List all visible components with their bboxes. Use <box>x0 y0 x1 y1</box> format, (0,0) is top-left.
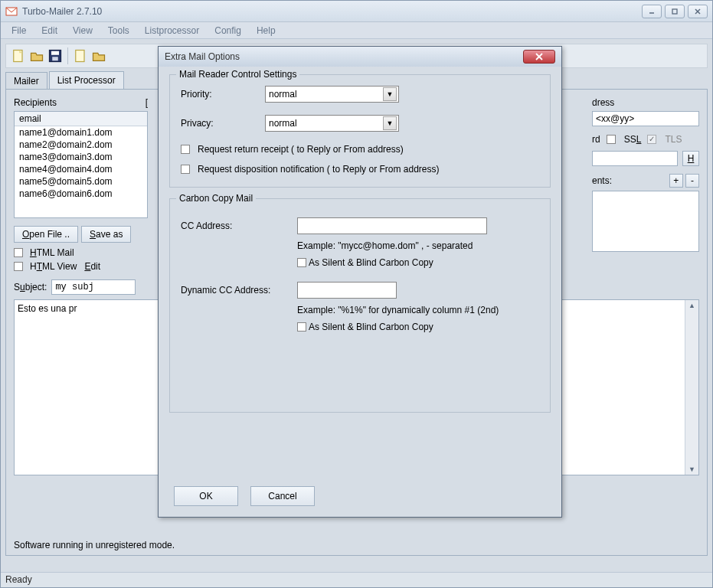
subject-input[interactable] <box>51 279 136 295</box>
request-receipt-checkbox[interactable] <box>181 145 190 154</box>
status-text: Ready <box>5 574 32 585</box>
cc-silent-label: As Silent & Blind Carbon Copy <box>309 257 433 268</box>
tab-mailer[interactable]: Mailer <box>5 72 47 90</box>
email-list[interactable]: email name1@domain1.dom name2@domain2.do… <box>14 111 148 218</box>
group1-legend: Mail Reader Control Settings <box>176 69 299 80</box>
html-mail-checkbox[interactable] <box>14 248 23 257</box>
ok-button[interactable]: OK <box>174 486 238 506</box>
titlebar: Turbo-Mailer 2.7.10 <box>1 1 712 22</box>
ssl-checkbox[interactable] <box>607 135 616 144</box>
tls-label: TLS <box>665 134 682 145</box>
dialog-title: Extra Mail Options <box>165 51 523 62</box>
h-button[interactable]: H <box>682 151 699 166</box>
html-view-checkbox[interactable] <box>14 262 23 271</box>
statusbar: Ready <box>1 572 712 587</box>
field-input[interactable] <box>592 151 678 166</box>
priority-label: Priority: <box>181 89 265 100</box>
privacy-label: Privacy: <box>181 118 265 129</box>
minimize-button[interactable] <box>642 5 662 18</box>
edit-link[interactable]: Edit <box>84 261 100 272</box>
dialog-titlebar: Extra Mail Options <box>159 47 561 67</box>
subject-label: Subject: <box>14 282 47 292</box>
priority-combo[interactable]: normal ▼ <box>265 86 399 103</box>
close-button[interactable] <box>688 5 708 18</box>
privacy-value: normal <box>269 118 297 129</box>
dialog-body: Mail Reader Control Settings Priority: n… <box>159 67 561 431</box>
bracket: [ <box>146 97 148 108</box>
right-panel: dress <xx@yy> rd SSL TLS H ents: + <box>592 97 699 252</box>
svg-rect-9 <box>76 51 84 62</box>
dialog-buttons: OK Cancel <box>174 486 315 506</box>
menu-listprocessor[interactable]: Listprocessor <box>137 24 207 38</box>
menu-tools[interactable]: Tools <box>100 24 137 38</box>
menu-file[interactable]: File <box>4 24 34 38</box>
cc-hint: Example: "mycc@home.dom" , - separated <box>297 240 539 251</box>
open2-icon[interactable] <box>91 48 106 64</box>
chevron-down-icon[interactable]: ▼ <box>383 116 397 130</box>
menu-view[interactable]: View <box>65 24 100 38</box>
save-icon[interactable] <box>47 48 63 64</box>
group2-legend: Carbon Copy Mail <box>176 193 256 204</box>
address-label: dress <box>592 97 699 108</box>
email-column-header[interactable]: email <box>15 112 147 126</box>
dynamic-cc-silent-label: As Silent & Blind Carbon Copy <box>309 322 433 332</box>
dynamic-cc-label: Dynamic CC Address: <box>181 285 297 296</box>
cancel-button[interactable]: Cancel <box>250 486 315 506</box>
chevron-down-icon[interactable]: ▼ <box>383 87 397 101</box>
attachments-label: ents: <box>592 175 612 186</box>
svg-rect-2 <box>672 9 677 14</box>
scroll-down-icon[interactable]: ▼ <box>687 464 697 475</box>
menu-edit[interactable]: Edit <box>34 24 65 38</box>
open-file-button[interactable]: Open File .. <box>14 226 78 243</box>
maximize-button[interactable] <box>665 5 685 18</box>
email-row[interactable]: name5@domain5.dom <box>15 175 147 188</box>
cc-silent-checkbox[interactable] <box>297 258 306 267</box>
cc-address-input[interactable] <box>297 217 487 234</box>
add-attachment-button[interactable]: + <box>669 174 683 188</box>
window-controls <box>642 5 708 18</box>
open-icon[interactable] <box>29 48 44 64</box>
new-icon[interactable] <box>11 48 26 64</box>
email-row[interactable]: name6@domain6.dom <box>15 188 147 200</box>
email-row[interactable]: name3@domain3.dom <box>15 151 147 163</box>
cc-address-label: CC Address: <box>181 220 297 231</box>
body-text: Esto es una pr <box>18 303 77 314</box>
window-title: Turbo-Mailer 2.7.10 <box>22 6 642 17</box>
save-as-button[interactable]: Save as <box>81 226 131 243</box>
html-view-label: HTML View <box>30 261 77 272</box>
request-receipt-label: Request return receipt ( to Reply or Fro… <box>198 144 404 155</box>
body-scrollbar[interactable]: ▲ ▼ <box>685 300 698 475</box>
scroll-up-icon[interactable]: ▲ <box>687 300 697 311</box>
email-row[interactable]: name4@domain4.dom <box>15 163 147 175</box>
app-icon <box>5 5 18 18</box>
rd-label: rd <box>592 134 600 145</box>
request-disposition-label: Request disposition notification ( to Re… <box>198 164 439 175</box>
attachments-list[interactable] <box>592 191 699 252</box>
privacy-combo[interactable]: normal ▼ <box>265 115 399 132</box>
email-row[interactable]: name1@domain1.dom <box>15 126 147 139</box>
extra-mail-options-dialog: Extra Mail Options Mail Reader Control S… <box>158 46 562 518</box>
menubar: File Edit View Tools Listprocessor Confi… <box>1 22 712 39</box>
html-mail-label: HTML Mail <box>30 247 74 258</box>
priority-value: normal <box>269 89 297 100</box>
ssl-label: SSL <box>624 134 642 145</box>
tls-checkbox <box>647 135 656 144</box>
svg-rect-8 <box>52 57 58 60</box>
tab-listprocessor[interactable]: List Processor <box>49 71 124 89</box>
menu-config[interactable]: Config <box>207 24 249 38</box>
new2-icon[interactable] <box>73 48 88 64</box>
remove-attachment-button[interactable]: - <box>685 174 699 188</box>
request-disposition-checkbox[interactable] <box>181 165 190 174</box>
dialog-close-button[interactable] <box>523 50 555 64</box>
address-input[interactable]: <xx@yy> <box>592 111 699 126</box>
dynamic-cc-hint: Example: "%1%" for dynamically column #1… <box>297 305 539 315</box>
mail-reader-settings-group: Mail Reader Control Settings Priority: n… <box>169 74 551 188</box>
recipients-label: Recipients <box>14 97 57 108</box>
email-row[interactable]: name2@domain2.dom <box>15 139 147 151</box>
dynamic-cc-silent-checkbox[interactable] <box>297 322 306 332</box>
carbon-copy-group: Carbon Copy Mail CC Address: Example: "m… <box>169 198 551 413</box>
menu-help[interactable]: Help <box>249 24 283 38</box>
dynamic-cc-input[interactable] <box>297 282 397 299</box>
svg-rect-7 <box>51 51 59 55</box>
unregistered-notice: Software running in unregistered mode. <box>14 540 175 550</box>
